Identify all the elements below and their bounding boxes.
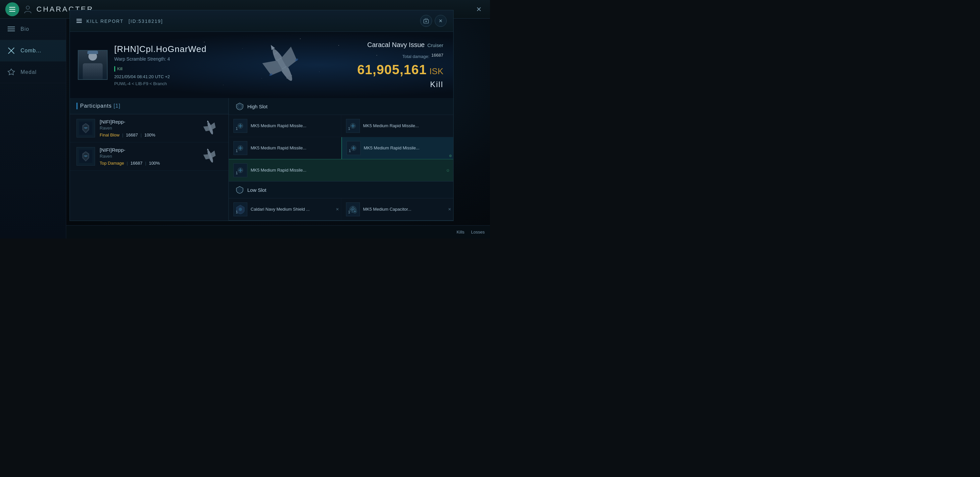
sidebar-item-bio[interactable]: Bio [0,19,66,40]
participant-2-damage: 16687 [130,161,142,166]
isk-label: ISK [430,66,443,77]
slot-item-3[interactable]: 1 MK5 Medium Rapid Missile... [229,137,341,159]
pilot-details: [RHN]Cpl.HoGnarWed Warp Scramble Strengt… [114,44,207,86]
participant-2-name: [NIFI]Repp- [100,147,194,153]
participants-header: Participants [1] [70,98,228,114]
ship-area [215,32,351,98]
high-slot-icon [235,102,244,111]
participant-row-2[interactable]: [NIFI]Repp- Raven Top Damage | 16687 | 1… [70,142,228,171]
low-item-2-name: MK5 Medium Capacitor... [363,206,412,212]
character-icon [23,5,32,14]
item-5-name: MK5 Medium Rapid Missile... [251,167,306,173]
losses-tab[interactable]: Losses [471,230,485,235]
svg-point-23 [352,125,354,127]
bio-hamburger-icon [6,24,16,34]
hamburger-icon [9,7,15,11]
ship-name: Caracal Navy Issue [367,41,425,49]
person-2-icon: ☺ [446,168,450,172]
item-4-count: 1 [349,149,351,153]
modal-header: KILL REPORT [ID:5318219] ✕ [70,10,453,32]
svg-point-32 [239,169,241,171]
sidebar-item-combat[interactable]: Comb... [0,40,66,62]
item-1-name: MK5 Medium Rapid Missile... [251,123,306,129]
kill-text: Kill [117,67,123,71]
kill-status: Kill [114,66,207,72]
svg-point-34 [239,208,242,211]
item-5-count: 1 [236,171,238,175]
svg-rect-1 [8,27,15,27]
combat-icon [6,46,16,55]
participant-1-info: [NIFI]Repp- Raven Final Blow | 16687 | 1… [100,119,194,137]
svg-point-29 [353,147,355,149]
svg-rect-3 [8,30,15,32]
low-item-2-icon: 1 [346,203,360,216]
main-close-button[interactable]: ✕ [473,3,485,15]
pilot-info: [RHN]Cpl.HoGnarWed Warp Scramble Strengt… [70,37,215,93]
pilot-avatar [78,50,108,80]
svg-point-0 [26,6,29,9]
item-1-icon: 1 [234,119,247,133]
slot-item[interactable]: 1 MK5 Medium Rapid Missile... [229,115,341,137]
slot-item-4[interactable]: 1 MK5 Medium Rapid Missile... ⚙ [341,137,453,159]
pilot-warp-scramble: Warp Scramble Strength: 4 [114,56,207,62]
low-slot-title: Low Slot [247,187,267,193]
item-1-count: 1 [236,126,238,131]
low-item-1-close[interactable]: ✕ [336,207,339,212]
pilot-avatar-inner [78,51,107,79]
item-3-name: MK5 Medium Rapid Missile... [251,145,306,151]
bottom-bar: 2,117.85 Kills Losses [0,225,490,238]
pilot-name: [RHN]Cpl.HoGnarWed [114,44,207,54]
participant-2-ship-img [199,148,222,164]
participants-panel: Participants [1] [NIFI [70,98,229,221]
high-slot-header: High Slot [229,98,453,115]
high-slot-title: High Slot [247,104,267,109]
participant-2-info: [NIFI]Repp- Raven Top Damage | 16687 | 1… [100,147,194,166]
kills-tab[interactable]: Kills [457,230,465,235]
modal-actions: ✕ [420,15,447,27]
high-slot-section: High Slot 1 [229,98,453,182]
top-damage-label: Top Damage [100,161,124,166]
sidebar-medal-label: Medal [21,69,37,75]
modal-menu-button[interactable] [76,19,82,23]
sidebar-item-medal[interactable]: Medal [0,62,66,83]
person-icon: ⚙ [449,154,452,158]
final-blow-label: Final Blow [100,132,119,137]
kill-datetime: 2021/05/04 08:41:20 UTC +2 [114,74,207,79]
slot-item-5[interactable]: 1 MK5 Medium Rapid Missile... ☺ [229,159,453,181]
participant-1-name: [NIFI]Repp- [100,119,194,124]
item-5-icon: 1 [234,163,247,177]
menu-button[interactable] [5,2,19,16]
participant-2-stats: Top Damage | 16687 | 100% [100,161,194,166]
low-item-2-close[interactable]: ✕ [448,207,451,212]
participant-2-avatar [76,147,95,166]
low-item-1-name: Caldari Navy Medium Shield ... [251,206,310,212]
participant-1-stats: Final Blow | 16687 | 100% [100,132,194,137]
header-indicator [76,103,78,109]
svg-point-20 [239,125,241,127]
sidebar-combat-label: Comb... [21,48,41,54]
participants-title: Participants [1] [80,103,121,109]
low-slot-item-1[interactable]: 1 Caldari Navy Medium Shield ... ✕ [229,198,341,220]
low-slot-item-2[interactable]: 1 MK5 Medium Capacitor... ✕ [341,198,453,220]
item-4-name: MK5 Medium Rapid Missile... [364,145,420,151]
kill-indicator [114,66,115,72]
participant-1-ship: Raven [100,126,194,131]
modal-close-button[interactable]: ✕ [435,15,447,27]
kill-location: PUWL-4 < LIB-F9 < Branch [114,81,207,86]
item-4-icon: 1 [347,141,361,155]
low-item-2-count: 1 [348,210,350,214]
low-item-1-count: 1 [236,210,238,214]
sidebar-bio-label: Bio [21,26,29,32]
slot-item-2[interactable]: 1 MK5 Medium Rapid Missile... [341,115,453,137]
svg-point-38 [352,209,353,210]
export-button[interactable] [420,15,432,27]
svg-rect-2 [8,29,15,29]
isk-amount: 61,905,161 [357,62,427,77]
participant-1-ship-img [199,120,222,136]
item-2-icon: 1 [346,119,360,133]
low-slot-section: Low Slot 1 Caldari Navy Med [229,182,453,221]
ship-class: Cruiser [428,42,443,48]
participant-row[interactable]: [NIFI]Repp- Raven Final Blow | 16687 | 1… [70,114,228,142]
kill-banner: [RHN]Cpl.HoGnarWed Warp Scramble Strengt… [70,32,453,98]
kill-report-modal: KILL REPORT [ID:5318219] ✕ [70,10,453,221]
